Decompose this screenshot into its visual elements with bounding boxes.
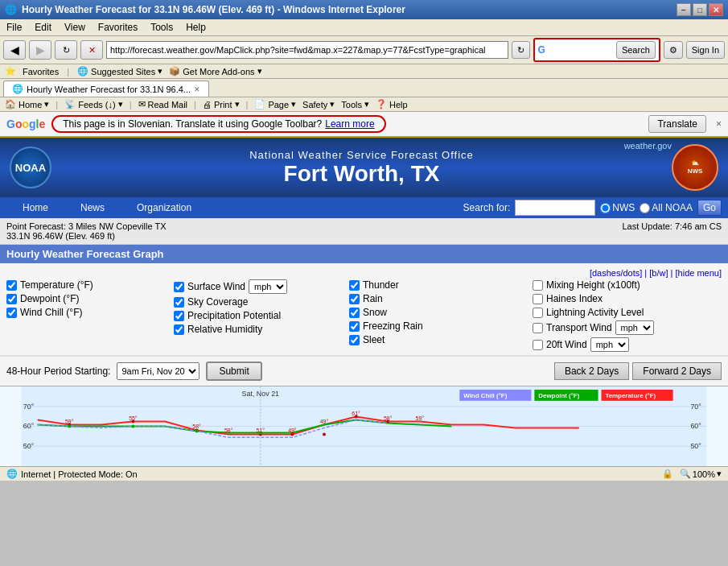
minimize-button[interactable]: − xyxy=(677,3,691,16)
menu-tools[interactable]: Tools xyxy=(150,22,173,33)
translate-learn-more[interactable]: Learn more xyxy=(325,118,374,130)
maximize-button[interactable]: □ xyxy=(693,3,707,16)
svg-point-28 xyxy=(355,415,358,419)
print-cmd[interactable]: 🖨 Print ▾ xyxy=(203,99,240,109)
nav-search-input[interactable] xyxy=(515,200,595,216)
surface-wind-checkbox[interactable] xyxy=(174,282,184,292)
window-controls[interactable]: − □ ✕ xyxy=(677,3,723,16)
svg-text:59°: 59° xyxy=(65,419,74,424)
rain-checkbox[interactable] xyxy=(349,294,360,304)
sky-coverage-checkbox[interactable] xyxy=(174,297,184,308)
haines-index-checkbox[interactable] xyxy=(533,294,543,304)
refresh-button[interactable]: ↻ xyxy=(55,40,77,60)
bw-link[interactable]: [b/w] xyxy=(649,268,668,278)
nav-home[interactable]: Home xyxy=(6,197,64,218)
nav-buttons: Back 2 Days Forward 2 Days xyxy=(554,362,722,380)
zoom-icon: 🔍 xyxy=(680,469,691,479)
get-more-addons-link[interactable]: 📦 Get More Add-ons ▾ xyxy=(169,66,261,76)
all-noaa-radio[interactable] xyxy=(640,203,650,213)
window-title: Hourly Weather Forecast for 33.1N 96.46W… xyxy=(22,4,405,15)
suggested-sites-link[interactable]: 🌐 Suggested Sites ▾ xyxy=(77,66,162,76)
sleet-checkbox[interactable] xyxy=(349,335,360,345)
precip-potential-label: Precipitation Potential xyxy=(187,310,281,321)
thunder-checkbox[interactable] xyxy=(349,280,360,291)
nav-news[interactable]: News xyxy=(64,197,121,218)
tab-weather-forecast[interactable]: 🌐 Hourly Weather Forecast for 33.1N 96.4… xyxy=(3,81,209,97)
sign-in-button[interactable]: Sign In xyxy=(686,41,725,59)
precip-potential-checkbox[interactable] xyxy=(174,311,184,321)
page-cmd[interactable]: 📄 Page ▾ xyxy=(254,99,296,109)
address-input[interactable] xyxy=(106,41,508,59)
temperature-checkbox[interactable] xyxy=(6,280,17,291)
menu-view[interactable]: View xyxy=(64,22,85,33)
snow-checkbox[interactable] xyxy=(349,308,360,318)
google-search-button[interactable]: Search xyxy=(616,41,656,59)
tab-close-icon[interactable]: ✕ xyxy=(194,85,200,93)
all-noaa-radio-label[interactable]: All NOAA xyxy=(640,202,693,213)
nav-organization[interactable]: Organization xyxy=(121,197,208,218)
forward-button[interactable]: ▶ xyxy=(29,40,51,60)
period-label: 48-Hour Period Starting: xyxy=(6,366,110,377)
menu-favorites[interactable]: Favorites xyxy=(98,22,138,33)
internet-icon: 🌐 xyxy=(6,469,18,479)
translate-close-icon[interactable]: × xyxy=(716,118,722,130)
nav-go-button[interactable]: Go xyxy=(697,200,722,216)
submit-button[interactable]: Submit xyxy=(206,361,261,381)
weather-gov-link[interactable]: weather.gov xyxy=(624,141,672,151)
google-search-input[interactable] xyxy=(549,45,613,55)
favorites-star-icon: ⭐ xyxy=(5,66,16,76)
svg-text:58°: 58° xyxy=(224,428,233,433)
svg-text:Wind Chill (°F): Wind Chill (°F) xyxy=(463,392,507,399)
lock-icon: 🔒 xyxy=(662,469,673,479)
favorites-link[interactable]: Favorites xyxy=(23,67,59,76)
20ft-wind-unit-select[interactable]: mphktm/s xyxy=(590,337,629,352)
transport-wind-checkbox[interactable] xyxy=(533,323,543,333)
translate-message: This page is in Slovenian. Translate it … xyxy=(63,118,322,130)
checkbox-rain: Rain xyxy=(349,293,526,304)
hide-menu-link[interactable]: [hide menu] xyxy=(676,268,722,278)
checkbox-temperature: Temperature (°F) xyxy=(6,279,167,291)
dashes-dots-link[interactable]: [dashes/dots] xyxy=(590,268,642,278)
menu-help[interactable]: Help xyxy=(186,22,206,33)
relative-humidity-label: Relative Humidity xyxy=(187,324,262,335)
thunder-label: Thunder xyxy=(363,279,399,291)
weather-logo-text: ⛅NWS xyxy=(688,159,703,175)
lightning-activity-checkbox[interactable] xyxy=(533,308,543,318)
period-select[interactable]: 9am Fri, Nov 20 xyxy=(117,362,199,380)
feeds-cmd[interactable]: 📡 Feeds (↓) ▾ xyxy=(64,99,122,109)
addons-icon: 📦 xyxy=(169,66,180,76)
tools-icon-button[interactable]: ⚙ xyxy=(664,41,683,59)
zoom-chevron-icon: ▾ xyxy=(717,469,722,479)
sleet-label: Sleet xyxy=(363,334,385,345)
checkbox-mixing-height: Mixing Height (x100ft) xyxy=(533,279,726,291)
help-cmd[interactable]: ❓ Help xyxy=(376,99,408,109)
wind-chill-checkbox[interactable] xyxy=(6,308,17,318)
menu-edit[interactable]: Edit xyxy=(35,22,51,33)
home-cmd[interactable]: 🏠 Home ▾ xyxy=(5,99,49,109)
zoom-control[interactable]: 🔍 100% ▾ xyxy=(680,469,722,479)
back-2-days-button[interactable]: Back 2 Days xyxy=(554,362,629,380)
nws-radio[interactable] xyxy=(600,203,611,213)
refresh-go-button[interactable]: ↻ xyxy=(512,41,530,59)
stop-button[interactable]: ✕ xyxy=(80,40,103,60)
read-mail-cmd[interactable]: ✉ Read Mail xyxy=(138,99,188,109)
forward-2-days-button[interactable]: Forward 2 Days xyxy=(632,362,722,380)
safety-cmd[interactable]: Safety ▾ xyxy=(302,99,335,109)
svg-text:70°: 70° xyxy=(690,403,701,411)
search-for-label: Search for: xyxy=(463,202,511,213)
svg-text:58°: 58° xyxy=(192,423,201,429)
menu-file[interactable]: File xyxy=(6,22,22,33)
nws-radio-label[interactable]: NWS xyxy=(600,202,635,213)
back-button[interactable]: ◀ xyxy=(3,40,26,60)
freezing-rain-checkbox[interactable] xyxy=(349,321,360,332)
20ft-wind-checkbox[interactable] xyxy=(533,340,543,350)
close-button[interactable]: ✕ xyxy=(709,3,723,16)
transport-wind-unit-select[interactable]: mphktm/s xyxy=(615,320,654,335)
mixing-height-checkbox[interactable] xyxy=(533,280,543,291)
surface-wind-unit-select[interactable]: mphktm/s xyxy=(249,279,287,294)
transport-wind-label: Transport Wind xyxy=(546,322,612,333)
relative-humidity-checkbox[interactable] xyxy=(174,324,184,335)
translate-button[interactable]: Translate xyxy=(648,115,706,133)
dewpoint-checkbox[interactable] xyxy=(6,294,17,304)
tools-cmd[interactable]: Tools ▾ xyxy=(341,99,369,109)
